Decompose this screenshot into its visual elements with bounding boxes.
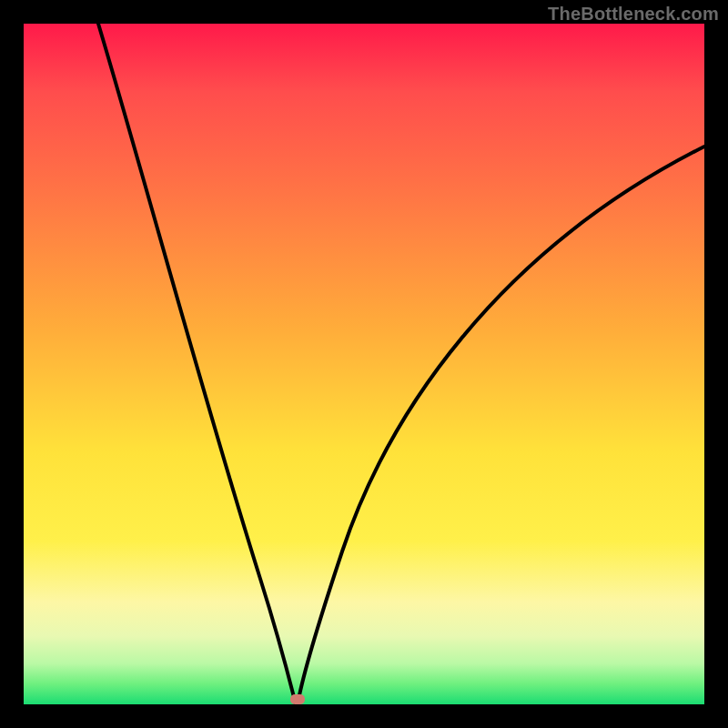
bottleneck-curve — [24, 24, 704, 704]
watermark-text: TheBottleneck.com — [548, 4, 719, 25]
plot-area — [24, 24, 704, 704]
chart-frame: TheBottleneck.com — [0, 0, 728, 728]
curve-path — [98, 24, 704, 704]
minimum-marker — [290, 694, 305, 704]
